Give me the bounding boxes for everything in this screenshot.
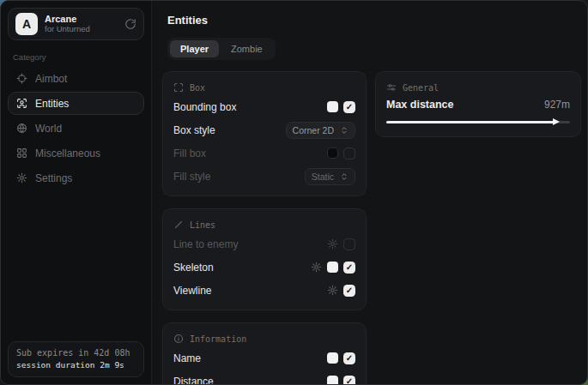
sidebar-item-label: Settings [35,172,72,184]
general-section-title: General [403,83,439,93]
globe-icon [16,123,27,134]
sidebar-nav: Aimbot Entities World Miscellaneous [8,67,144,191]
general-card-header: General [386,82,570,93]
dropdown-value: Corner 2D [293,125,334,135]
setting-label: Line to enemy [173,238,238,250]
setting-row-max-distance: Max distance 927m [386,99,570,111]
setting-row-box-style: Box style Corner 2D [173,121,355,139]
distance-checkbox[interactable] [343,376,355,385]
app-identity: Arcane for Unturned [45,14,90,34]
setting-row-distance: Distance [173,372,355,385]
line-to-enemy-checkbox[interactable] [343,238,355,250]
gear-icon[interactable] [327,238,338,250]
chevrons-up-down-icon [340,172,349,181]
slider-thumb[interactable] [553,118,560,125]
sidebar-item-label: Miscellaneous [35,147,100,159]
setting-label: Skeleton [173,262,214,274]
sidebar-item-label: Aimbot [35,73,67,85]
app-logo: A [15,13,38,35]
general-card: General Max distance 927m [375,71,581,137]
crosshair-icon [16,73,27,84]
right-column: General Max distance 927m [375,71,581,137]
information-card-header: Information [173,334,355,344]
lines-card-header: Lines [173,220,355,230]
sidebar-item-world[interactable]: World [8,117,144,140]
color-swatch[interactable] [327,376,338,385]
fill-box-checkbox[interactable] [343,147,355,159]
max-distance-slider[interactable] [386,117,570,126]
sidebar-item-label: World [35,123,62,135]
max-distance-value: 927m [544,99,570,111]
setting-label: Name [173,352,201,364]
setting-row-fill-box: Fill box [173,144,355,162]
color-swatch[interactable] [327,352,338,364]
gear-icon[interactable] [311,262,322,273]
sidebar-item-aimbot[interactable]: Aimbot [8,67,144,90]
left-column: Box Bounding box Box style Cor [162,71,367,385]
sidebar-item-settings[interactable]: Settings [8,166,144,189]
setting-row-viewline: Viewline [173,281,355,299]
app-window: A Arcane for Unturned Category Aimbot [0,0,588,385]
setting-row-skeleton: Skeleton [173,258,355,276]
info-icon [173,334,184,344]
lines-card: Lines Line to enemy Skeleton [162,208,367,310]
setting-label: Fill style [173,171,210,183]
setting-label: Fill box [173,147,206,159]
gear-icon[interactable] [327,285,338,296]
information-card: Information Name Distance [162,322,367,385]
diagonal-line-icon [173,220,184,230]
box-style-dropdown[interactable]: Corner 2D [286,122,355,139]
person-scan-icon [16,98,27,109]
setting-row-bounding-box: Bounding box [173,98,355,116]
scan-corners-icon [173,82,184,93]
settings-columns: Box Bounding box Box style Cor [162,71,581,385]
category-label: Category [13,52,139,62]
chevrons-up-down-icon [340,126,349,135]
sidebar-item-entities[interactable]: Entities [8,92,144,115]
name-checkbox[interactable] [343,352,355,364]
app-name: Arcane [45,14,90,25]
setting-row-name: Name [173,349,355,367]
logo-card: A Arcane for Unturned [8,8,144,40]
sync-icon[interactable] [124,18,136,30]
page-title: Entities [167,14,581,27]
dropdown-value: Static [312,171,334,182]
sub-expires-text: Sub expires in 42d 08h [16,348,136,358]
viewline-checkbox[interactable] [343,285,355,297]
information-section-title: Information [190,334,246,344]
app-subtitle: for Unturned [45,25,90,34]
sliders-icon [386,82,397,93]
box-section-title: Box [190,83,205,93]
setting-label: Distance [173,376,214,385]
tab-zombie[interactable]: Zombie [221,40,273,57]
lines-section-title: Lines [190,220,215,230]
slider-fill [386,121,555,123]
box-card: Box Bounding box Box style Cor [162,71,367,196]
color-swatch[interactable] [327,101,338,112]
tab-player[interactable]: Player [170,40,219,57]
max-distance-label: Max distance [386,99,454,111]
session-duration-text: session duration 2m 9s [16,360,136,370]
color-swatch[interactable] [327,147,338,159]
box-card-header: Box [173,82,355,93]
fill-style-dropdown[interactable]: Static [305,168,355,185]
gear-icon [16,172,27,183]
entity-tabs: Player Zombie [167,38,276,60]
sidebar: A Arcane for Unturned Category Aimbot [1,1,152,384]
setting-row-fill-style: Fill style Static [173,167,355,185]
skeleton-checkbox[interactable] [343,262,355,274]
grid-icon [16,147,27,159]
main-content: Entities Player Zombie Box Bounding box [152,1,588,384]
setting-label: Bounding box [173,101,236,113]
setting-row-line-to-enemy: Line to enemy [173,235,355,253]
bounding-box-checkbox[interactable] [343,101,355,113]
sidebar-item-miscellaneous[interactable]: Miscellaneous [8,141,144,165]
color-swatch[interactable] [327,262,338,273]
setting-label: Box style [173,124,215,136]
subscription-status-card: Sub expires in 42d 08h session duration … [8,341,144,377]
setting-label: Viewline [173,285,211,297]
sidebar-item-label: Entities [35,98,69,110]
